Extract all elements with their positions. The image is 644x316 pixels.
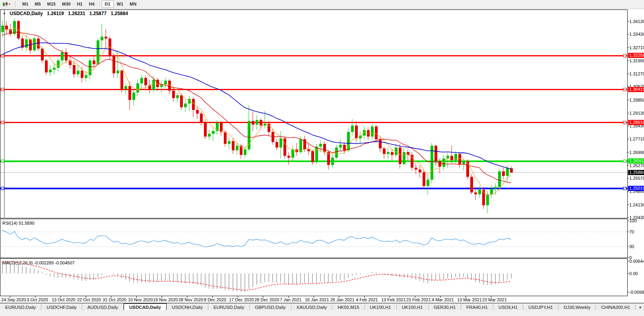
tab-usdchf-daily[interactable]: USDCHF,Daily — [41, 304, 82, 310]
ohlc-open: 1.26119 — [47, 11, 64, 16]
tab-usoil-h1[interactable]: USOil,H1 — [493, 304, 523, 310]
tab-uk100-h1[interactable]: UK100,H1 — [397, 304, 429, 310]
price-tick-1.31270: 1.31270 — [629, 71, 644, 76]
price-tick-1.34130: 1.34130 — [629, 19, 644, 24]
tabs-scroll-left-button[interactable]: ◄ — [636, 304, 644, 310]
chart-tabs-bar: EURUSD,DailyUSDCHF,DailyAUDUSD,DailyUSDC… — [0, 303, 644, 310]
chart-title: ▼ USDCAD,Daily 1.26119 1.26231 1.25877 1… — [3, 11, 128, 16]
date-label: 31 Oct 2020 — [103, 297, 126, 302]
toolbar-grip — [15, 2, 17, 7]
date-label: 4 Mar 2021 — [432, 297, 454, 302]
price-tick-1.24130: 1.24130 — [629, 202, 644, 207]
symbol-dropdown-caret-icon[interactable]: ▼ — [3, 12, 6, 15]
ohlc-close: 1.25884 — [111, 11, 128, 16]
date-label: 7 Jan 2021 — [280, 297, 301, 302]
tab-dj30-weekly[interactable]: DJ30,Weekly — [559, 304, 596, 310]
tab-usdjpy-h1[interactable]: USDJPY,H1 — [523, 304, 559, 310]
timeframe-button-mn[interactable]: MN — [126, 0, 140, 8]
hline-price-label: 1.30415 — [628, 87, 644, 92]
current-price-label: 1.25884 — [628, 170, 644, 175]
tab-xauusd-daily[interactable]: XAUUSD,Daily — [291, 304, 333, 310]
tab-gbpusd-daily[interactable]: GBPUSD,Daily — [250, 304, 291, 310]
macd-axis--0.00987: -0.00987 — [629, 290, 644, 295]
tab-eurusd-daily[interactable]: EURUSD,Daily — [208, 304, 250, 310]
price-tick-1.31990: 1.31990 — [629, 58, 644, 63]
price-tick-1.33430: 1.33430 — [629, 32, 644, 37]
tab-ger30-h1[interactable]: GER30,H1 — [429, 304, 462, 310]
date-label: 13 Mar 2021 — [457, 297, 482, 302]
date-label: 13 Oct 2020 — [52, 297, 76, 302]
ohlc-high: 1.26231 — [68, 11, 85, 16]
date-label: 19 Nov 2020 — [153, 297, 178, 302]
timeframe-button-m15[interactable]: M15 — [44, 0, 59, 8]
chart-tool-caret-icon[interactable]: ▾ — [9, 2, 13, 6]
rsi-indicator-panel[interactable] — [0, 219, 628, 258]
date-label: 4 Feb 2021 — [356, 297, 378, 302]
tab-audusd-daily[interactable]: AUDUSD,Daily — [82, 304, 124, 310]
mt4-window: ▾ M1M5M15M30H1H4D1W1MN ▼ USDCAD,Daily 1.… — [0, 0, 644, 316]
timeframe-button-h4[interactable]: H4 — [85, 0, 97, 8]
macd-axis-0.00: 0.00 — [629, 271, 638, 276]
date-label: 17 Dec 2020 — [229, 297, 254, 302]
date-label: 23 Feb 2021 — [406, 297, 431, 302]
hline-price-label: 1.25019 — [628, 186, 644, 191]
timeframe-button-w1[interactable]: W1 — [114, 0, 127, 8]
timeframe-button-m1[interactable]: M1 — [19, 0, 31, 8]
price-tick-1.32710: 1.32710 — [629, 45, 644, 50]
date-label: 26 Jan 2021 — [330, 297, 355, 302]
date-label: 16 Jan 2021 — [305, 297, 329, 302]
date-label: 24 Sep 2020 — [1, 297, 26, 302]
price-tick-1.26990: 1.26990 — [629, 150, 644, 155]
candlestick-chart-icon — [2, 2, 8, 7]
price-tick-1.26270: 1.26270 — [629, 163, 644, 168]
hline-price-label: 1.26503 — [628, 158, 644, 164]
tab-hk50-m15[interactable]: HK50,M15 — [332, 304, 365, 310]
date-label: 23 Mar 2021 — [482, 297, 507, 302]
macd-indicator-panel[interactable] — [0, 258, 628, 296]
main-chart-panel[interactable] — [0, 10, 628, 218]
date-label: 3 Oct 2020 — [27, 297, 48, 302]
timeframe-button-d1[interactable]: D1 — [102, 0, 114, 8]
price-tick-1.29850: 1.29850 — [629, 98, 644, 102]
timeframe-buttons: M1M5M15M30H1H4D1W1MN — [19, 0, 140, 8]
date-label: 22 Oct 2020 — [77, 297, 101, 302]
price-tick-1.25570: 1.25570 — [629, 176, 644, 181]
tab-usdcnh-daily[interactable]: USDCNH,Daily — [167, 304, 208, 310]
date-label: 13 Feb 2021 — [381, 297, 406, 302]
status-bar — [0, 310, 644, 316]
timeframe-button-m5[interactable]: M5 — [31, 0, 44, 8]
date-label: 28 Dec 2020 — [254, 297, 279, 302]
macd-axis-0.006444: 0.006444 — [629, 259, 644, 264]
tab-eurusd-daily[interactable]: EURUSD,Daily — [0, 304, 41, 310]
hline-price-label: 1.28616 — [628, 120, 644, 125]
chart-tool-icon[interactable] — [2, 1, 9, 8]
hline-price-label: 1.32258 — [628, 53, 644, 58]
date-label: 8 Dec 2020 — [204, 297, 226, 302]
rsi-axis-70: 70 — [629, 229, 634, 234]
date-label: 28 Nov 2020 — [178, 297, 203, 302]
timeframe-toolbar: ▾ M1M5M15M30H1H4D1W1MN — [0, 0, 644, 9]
rsi-axis-30: 30 — [629, 244, 634, 249]
rsi-label: RSI(14) 51.5890 — [2, 221, 35, 225]
tab-uk100-h1[interactable]: UK100,H1 — [365, 304, 397, 310]
tab-china300-h1[interactable]: CHINA300,H1 — [596, 304, 636, 310]
toolbar-separator — [99, 1, 100, 7]
date-label: 10 Nov 2020 — [128, 297, 153, 302]
timeframe-button-m30[interactable]: M30 — [59, 0, 74, 8]
price-tick-1.29130: 1.29130 — [629, 111, 644, 116]
ohlc-low: 1.25877 — [89, 11, 107, 16]
price-tick-1.27710: 1.27710 — [629, 137, 644, 141]
macd-label: MACD(12,26,9) -0.002289 -0.004507 — [2, 260, 75, 265]
tab-fra40-h1[interactable]: FRA40,H1 — [461, 304, 493, 310]
rsi-axis-100: 100 — [629, 218, 636, 223]
timeframe-button-h1[interactable]: H1 — [74, 0, 85, 8]
symbol-period-label: USDCAD,Daily — [10, 11, 43, 16]
